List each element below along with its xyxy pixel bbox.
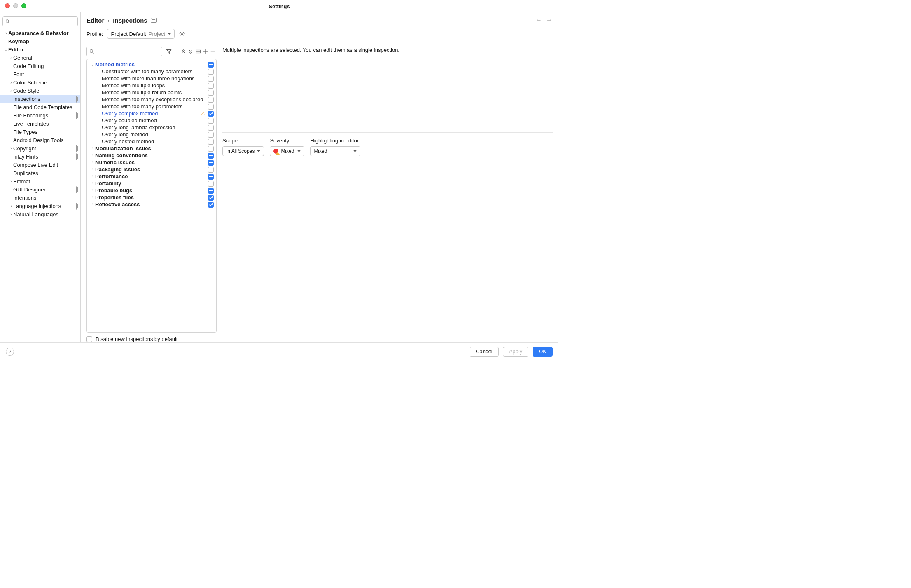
inspection-checkbox[interactable]: [208, 104, 214, 110]
inspection-checkbox[interactable]: [208, 83, 214, 89]
sidebar-item-code-style[interactable]: › Code Style: [0, 86, 80, 95]
inspection-checkbox[interactable]: [208, 181, 214, 187]
tree-row[interactable]: Method with multiple loops: [87, 82, 216, 89]
scope-dropdown[interactable]: In All Scopes: [222, 146, 264, 156]
sidebar-item-file-encodings[interactable]: File Encodings: [0, 111, 80, 119]
breadcrumb-editor[interactable]: Editor: [86, 17, 104, 24]
sidebar-search[interactable]: [2, 16, 78, 26]
tree-row[interactable]: Method with more than three negations: [87, 75, 216, 82]
inspection-checkbox[interactable]: [208, 160, 214, 166]
expand-all-icon[interactable]: [180, 47, 187, 56]
inspection-checkbox[interactable]: [208, 146, 214, 152]
inspection-checkbox[interactable]: [208, 167, 214, 173]
sidebar-item-emmet[interactable]: › Emmet: [0, 177, 80, 185]
close-window-button[interactable]: [5, 3, 10, 8]
cancel-button[interactable]: Cancel: [470, 347, 498, 357]
zoom-window-button[interactable]: [21, 3, 26, 8]
inspection-checkbox[interactable]: [208, 76, 214, 82]
tree-row[interactable]: Overly nested method: [87, 138, 216, 145]
settings-tree: › Appearance & Behavior Keymap⌄ Editor› …: [0, 29, 80, 342]
sidebar-item-duplicates[interactable]: Duplicates: [0, 169, 80, 177]
tree-row[interactable]: ›Modularization issues: [87, 145, 216, 152]
sidebar-item-gui-designer[interactable]: GUI Designer: [0, 185, 80, 194]
tree-row[interactable]: ›Naming conventions: [87, 152, 216, 159]
back-icon[interactable]: ←: [535, 16, 542, 24]
tree-row-label: Overly complex method: [102, 110, 201, 117]
sidebar-item-natural-languages[interactable]: › Natural Languages: [0, 210, 80, 218]
reset-icon[interactable]: [194, 47, 202, 56]
tree-row[interactable]: Overly complex method⚠: [87, 110, 216, 117]
tree-row[interactable]: Constructor with too many parameters: [87, 68, 216, 75]
sidebar-item-copyright[interactable]: › Copyright: [0, 144, 80, 152]
sidebar-item-editor[interactable]: ⌄ Editor: [0, 45, 80, 54]
collapse-all-icon[interactable]: [187, 47, 194, 56]
sidebar-item-code-editing[interactable]: Code Editing: [0, 62, 80, 70]
sidebar-item-font[interactable]: Font: [0, 70, 80, 78]
tree-row[interactable]: Overly long method: [87, 131, 216, 138]
profile-select[interactable]: Project Default Project: [107, 29, 175, 39]
inspection-checkbox[interactable]: [208, 132, 214, 138]
show-scheme-icon[interactable]: [151, 18, 157, 23]
inspection-checkbox[interactable]: [208, 62, 214, 68]
inspection-checkbox[interactable]: [208, 69, 214, 75]
ok-button[interactable]: OK: [533, 347, 553, 357]
tree-row[interactable]: ⌄Method metrics: [87, 61, 216, 68]
sidebar-item-live-templates[interactable]: Live Templates: [0, 119, 80, 128]
inspection-checkbox[interactable]: [208, 174, 214, 180]
tree-row[interactable]: ›Packaging issues: [87, 166, 216, 173]
tree-row[interactable]: Method with multiple return points: [87, 89, 216, 96]
tree-row[interactable]: ›Probable bugs: [87, 187, 216, 194]
sidebar-item-inspections[interactable]: Inspections: [0, 95, 80, 103]
sidebar-item-general[interactable]: › General: [0, 54, 80, 62]
tree-row[interactable]: Overly long lambda expression: [87, 124, 216, 131]
inspection-checkbox[interactable]: [208, 111, 214, 117]
sidebar-item-file-types[interactable]: File Types: [0, 128, 80, 136]
apply-button[interactable]: Apply: [503, 347, 529, 357]
sidebar-item-file-and-code-templates[interactable]: File and Code Templates: [0, 103, 80, 111]
profile-gear-button[interactable]: [179, 30, 185, 37]
sidebar-search-input[interactable]: [12, 18, 75, 25]
inspection-checkbox[interactable]: [208, 153, 214, 159]
sidebar-item-label: Natural Languages: [13, 211, 77, 217]
help-button[interactable]: ?: [6, 348, 14, 356]
sidebar-item-compose-live-edit[interactable]: Compose Live Edit: [0, 161, 80, 169]
sidebar-item-appearance-behavior[interactable]: › Appearance & Behavior: [0, 29, 80, 37]
inspections-search-input[interactable]: [96, 48, 159, 55]
inspection-checkbox[interactable]: [208, 90, 214, 96]
tree-row[interactable]: ›Reflective access: [87, 201, 216, 208]
add-icon[interactable]: [202, 47, 209, 56]
tree-row[interactable]: ›Portability: [87, 180, 216, 187]
filter-icon[interactable]: [165, 47, 173, 56]
inspection-checkbox[interactable]: [208, 195, 214, 201]
forward-icon[interactable]: →: [546, 16, 553, 24]
remove-icon[interactable]: [209, 47, 217, 56]
tree-row[interactable]: ›Properties files: [87, 194, 216, 201]
tree-row[interactable]: Method with too many parameters: [87, 103, 216, 110]
tree-row[interactable]: ›Performance: [87, 173, 216, 180]
highlight-dropdown[interactable]: Mixed: [310, 146, 360, 156]
inspection-checkbox[interactable]: [208, 118, 214, 124]
tree-row-label: Numeric issues: [95, 159, 208, 166]
inspection-checkbox[interactable]: [208, 97, 214, 103]
inspection-checkbox[interactable]: [208, 188, 214, 194]
minimize-window-button[interactable]: [13, 3, 18, 8]
sidebar-item-android-design-tools[interactable]: Android Design Tools: [0, 136, 80, 144]
inspection-checkbox[interactable]: [208, 125, 214, 131]
tree-row[interactable]: Overly coupled method: [87, 117, 216, 124]
inspection-checkbox[interactable]: [208, 202, 214, 208]
sidebar-item-inlay-hints[interactable]: Inlay Hints: [0, 152, 80, 161]
sidebar-item-color-scheme[interactable]: › Color Scheme: [0, 78, 80, 86]
tree-row[interactable]: ›Numeric issues: [87, 159, 216, 166]
inspections-tree[interactable]: ⌄Method metricsConstructor with too many…: [86, 59, 217, 333]
chevron-icon: ›: [9, 146, 13, 151]
sidebar-item-intentions[interactable]: Intentions: [0, 194, 80, 202]
inspections-search[interactable]: [86, 47, 162, 56]
severity-dropdown[interactable]: Mixed: [270, 146, 304, 156]
warning-icon: ⚠: [201, 111, 206, 117]
disable-new-checkbox[interactable]: [86, 336, 92, 342]
sidebar-item-keymap[interactable]: Keymap: [0, 37, 80, 45]
chevron-icon: ›: [90, 188, 95, 193]
inspection-checkbox[interactable]: [208, 139, 214, 145]
sidebar-item-language-injections[interactable]: › Language Injections: [0, 202, 80, 210]
tree-row[interactable]: Method with too many exceptions declared: [87, 96, 216, 103]
